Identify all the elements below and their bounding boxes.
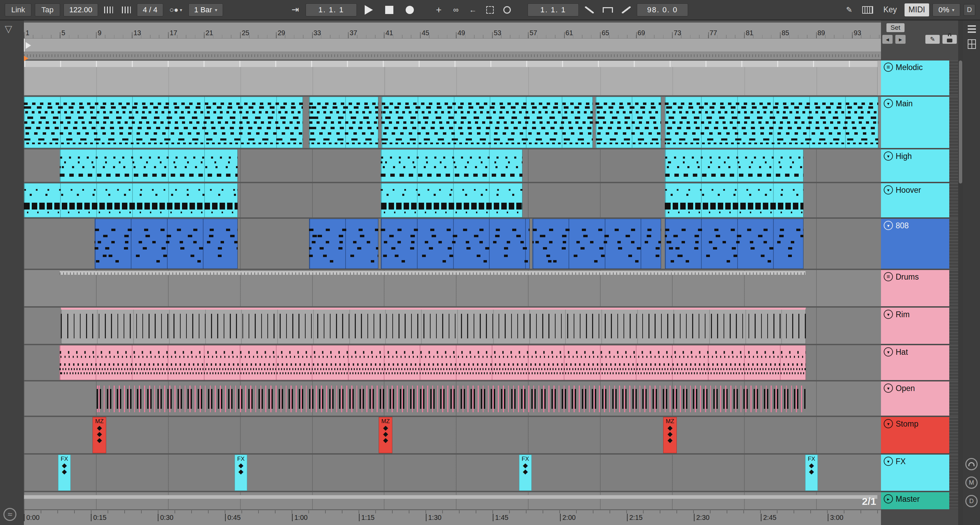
midi-clip[interactable] [381,149,522,182]
prev-locator-button[interactable]: ◄ [882,35,892,44]
lane-drums[interactable] [24,270,881,306]
loop-start-field[interactable]: 1. 1. 1 [528,3,579,16]
midi-clip[interactable] [24,183,238,217]
group-overview-clip[interactable] [24,61,878,95]
midi-clip[interactable] [97,381,806,416]
midi-clip[interactable] [24,97,303,148]
lane-hoover[interactable] [24,183,881,217]
track-color-block[interactable]: ▾ 808 [881,219,949,269]
group-overview-clip[interactable] [59,271,806,275]
track-header-fx[interactable]: ▾ FX [881,455,958,491]
play-button[interactable] [360,2,377,18]
midi-clip[interactable] [382,97,593,148]
metronome-button[interactable]: ○● ▾ [167,3,185,16]
link-button[interactable]: Link [5,3,32,16]
midi-clip[interactable]: MZ [92,417,106,453]
track-color-block[interactable]: ▾ Hat [881,345,949,380]
midi-clip[interactable] [595,97,661,148]
fold-icon[interactable]: ▾ [884,221,893,230]
time-ruler[interactable]: 0:00 0:15 0:30 0:45 1:00 1:15 1:30 1:45 … [24,510,881,525]
midi-clip[interactable] [60,149,238,182]
loop-length-field[interactable]: 98. 0. 0 [637,3,688,16]
midi-clip[interactable] [381,183,522,217]
midi-clip[interactable] [532,219,661,269]
fold-icon[interactable]: ▾ [884,383,893,393]
scrub-area[interactable] [24,38,881,52]
preview-headphone-button[interactable] [965,458,978,470]
midi-clip[interactable] [665,97,878,148]
link-chain-button[interactable]: ∞ [449,3,463,16]
track-header-hoover[interactable]: ▾ Hoover [881,183,958,217]
fold-icon[interactable]: ▾ [884,310,893,319]
key-map-button[interactable]: Key [879,3,901,16]
track-color-block[interactable]: ≡ Drums [881,270,949,306]
stop-button[interactable] [381,2,398,18]
loop-circle-button[interactable] [500,3,514,16]
back-to-arrangement-button[interactable]: ← [466,3,480,16]
cpu-meter[interactable]: 0% ▾ [932,3,960,16]
midi-clip[interactable] [309,219,378,269]
wave-icon[interactable]: ≈ [3,508,16,521]
midi-clip[interactable] [309,97,378,148]
scrollbar-thumb[interactable] [959,61,962,184]
fold-icon[interactable]: ▾ [884,456,893,466]
track-header-rim[interactable]: ▾ Rim [881,308,958,344]
track-color-block[interactable]: ▸ Master [881,492,949,509]
arrangement-position-field[interactable]: 1. 1. 1 [305,3,357,16]
midi-clip[interactable]: FX [519,455,532,491]
arrangement-overview[interactable] [24,52,881,59]
next-locator-button[interactable]: ► [895,35,905,44]
hamburger-menu-button[interactable] [966,23,978,35]
tap-tempo-button[interactable]: Tap [35,3,60,16]
midi-clip[interactable]: FX [58,455,71,491]
midi-clip[interactable]: FX [805,455,818,491]
midi-map-button[interactable]: MIDI [905,3,929,16]
d-indicator-button[interactable]: D [965,495,978,507]
lane-high[interactable] [24,149,881,182]
lane-hat[interactable] [24,345,881,380]
lane-fx[interactable]: FX FX FX FX [24,455,881,491]
track-color-block[interactable]: ▾ Main [881,97,949,148]
master-automation-band[interactable] [24,495,878,499]
lane-main[interactable] [24,97,881,148]
tempo-field[interactable]: 122.00 [64,3,98,16]
track-color-block[interactable]: ▾ Hoover [881,183,949,217]
group-fold-icon[interactable]: ≡ [884,62,893,72]
m-indicator-button[interactable]: M [965,477,978,489]
nudge-down-button[interactable] [102,3,116,16]
track-color-block[interactable]: ▾ Open [881,381,949,416]
arrangement-start-marker[interactable] [24,56,28,61]
midi-clip[interactable] [61,308,806,344]
midi-clip[interactable] [665,183,803,217]
track-color-block[interactable]: ▾ Stomp [881,417,949,453]
track-color-block[interactable]: ≡ Melodic [881,61,949,95]
master-fold-icon[interactable]: ▸ [884,494,893,503]
midi-clip[interactable] [665,149,803,182]
lane-master[interactable] [24,492,881,509]
overdub-plus-button[interactable]: + [432,3,445,16]
draw-mode-button[interactable]: ✎ [842,3,856,16]
lane-stomp[interactable]: MZ MZ MZ [24,417,881,453]
beat-time-ruler[interactable]: 1 5 9 13 17 21 25 29 33 37 41 45 49 53 5… [24,22,881,38]
track-header-open[interactable]: ▾ Open [881,381,958,416]
track-header-hat[interactable]: ▾ Hat [881,345,958,380]
midi-clip[interactable] [95,219,238,269]
lane-808[interactable] [24,219,881,269]
track-color-block[interactable]: ▾ Rim [881,308,949,344]
midi-clip[interactable] [665,219,803,269]
track-color-block[interactable]: ▾ FX [881,455,949,491]
fold-icon[interactable]: ▾ [884,347,893,356]
follow-button[interactable]: ⇥ [288,3,302,16]
track-header-stomp[interactable]: ▾ Stomp [881,417,958,453]
loop-switch-button[interactable] [600,3,616,16]
midi-clip[interactable] [381,219,530,269]
track-header-master[interactable]: ▸ Master [881,492,958,509]
lane-open[interactable] [24,381,881,416]
pencil-button[interactable]: ✎ [925,35,940,44]
track-header-drums[interactable]: ≡ Drums [881,270,958,306]
group-fold-icon[interactable]: ≡ [884,272,893,281]
lock-button[interactable] [942,35,957,44]
playhead[interactable] [24,38,25,52]
locator-set-button[interactable]: Set [886,23,905,32]
midi-clip[interactable]: MZ [663,417,677,453]
